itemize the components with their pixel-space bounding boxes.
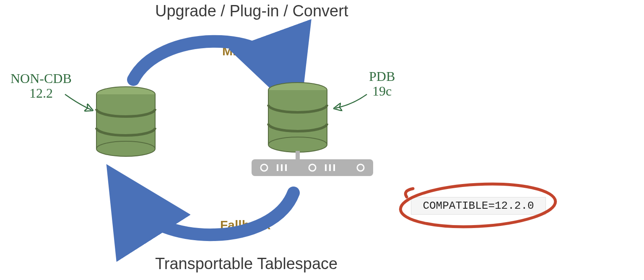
- svg-rect-20: [333, 164, 335, 171]
- database-target-icon: [268, 83, 327, 152]
- svg-rect-18: [325, 164, 327, 171]
- arrow-label-fallback: Fallback: [220, 218, 270, 232]
- arrow-label-migrate: Migrate: [222, 44, 267, 58]
- callout-circle-tail-icon: [405, 189, 413, 197]
- target-version-text: 19c: [372, 83, 392, 99]
- svg-rect-16: [281, 164, 283, 171]
- target-name-text: PDB: [369, 69, 395, 84]
- svg-rect-6: [268, 90, 327, 145]
- svg-point-0: [96, 87, 155, 102]
- svg-rect-11: [252, 159, 373, 176]
- source-version-text: 12.2: [29, 86, 53, 101]
- target-pointer-arrow-icon: [335, 94, 367, 108]
- diagram-svg: [0, 0, 644, 280]
- heading-top: Upgrade / Plug-in / Convert: [155, 2, 348, 20]
- svg-point-12: [261, 164, 267, 171]
- compatible-callout: COMPATIBLE=12.2.0: [411, 197, 546, 215]
- heading-bottom: Transportable Tablespace: [155, 255, 338, 273]
- svg-point-2: [96, 141, 155, 156]
- server-rack-icon: [252, 151, 373, 176]
- target-annotation: PDB 19c: [369, 69, 395, 99]
- svg-rect-19: [329, 164, 331, 171]
- source-name-text: NON-CDB: [10, 71, 72, 86]
- source-annotation: NON-CDB 12.2: [10, 71, 72, 101]
- svg-point-7: [268, 137, 327, 152]
- diagram-stage: Upgrade / Plug-in / Convert Transportabl…: [0, 0, 644, 280]
- database-source-icon: [96, 87, 155, 156]
- svg-point-14: [357, 164, 364, 171]
- svg-point-5: [268, 83, 327, 98]
- svg-point-13: [309, 164, 316, 171]
- svg-rect-15: [277, 164, 278, 171]
- svg-rect-1: [96, 94, 155, 149]
- svg-rect-17: [285, 164, 287, 171]
